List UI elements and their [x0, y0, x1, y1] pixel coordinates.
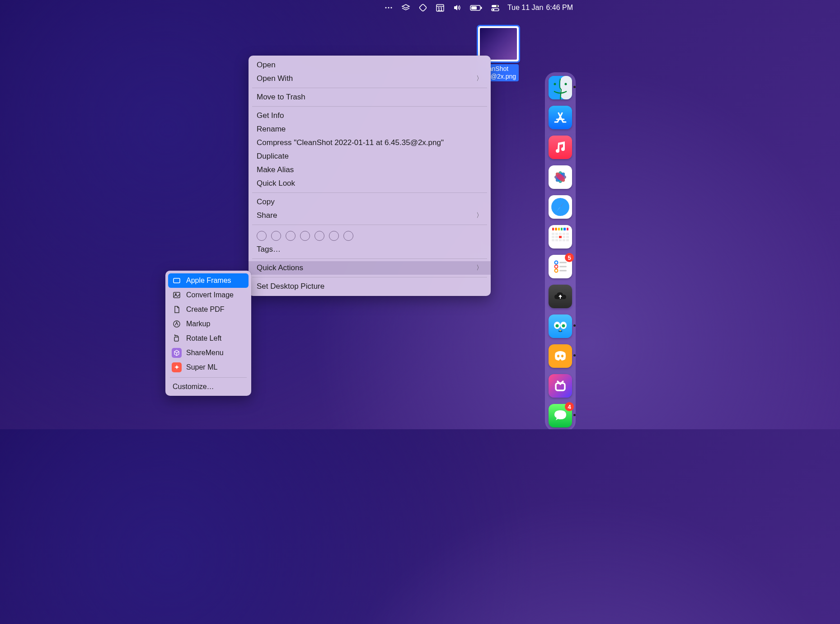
running-indicator [573, 414, 576, 416]
menu-make-alias[interactable]: Make Alias [249, 163, 491, 177]
menu-open-with[interactable]: Open With〉 [249, 72, 491, 85]
context-menu: Open Open With〉 Move to Trash Get Info R… [249, 56, 491, 296]
rotate-icon [172, 333, 182, 343]
dock-messages[interactable]: 4 [549, 404, 572, 427]
dock-cloud[interactable] [549, 285, 572, 308]
dock: 5 4 [545, 72, 576, 429]
tag-dot[interactable] [271, 231, 281, 241]
calendar-day-number: 11 [435, 7, 445, 12]
tag-dot[interactable] [300, 231, 310, 241]
quick-actions-submenu: Apple Frames Convert Image Create PDF Ma… [165, 271, 251, 396]
dock-safari[interactable] [549, 195, 572, 219]
qa-convert-image[interactable]: Convert Image [168, 288, 249, 302]
svg-rect-37 [559, 266, 567, 267]
qa-apple-frames[interactable]: Apple Frames [168, 273, 249, 288]
menubar-date: Tue 11 Jan [507, 4, 543, 12]
dock-music[interactable] [549, 136, 572, 159]
volume-icon[interactable] [452, 3, 462, 13]
control-center-icon[interactable] [490, 3, 500, 13]
battery-icon[interactable] [469, 3, 483, 13]
svg-point-0 [385, 7, 386, 8]
dock-photos[interactable] [549, 165, 572, 189]
qa-markup[interactable]: Markup [168, 317, 249, 331]
tag-dot[interactable] [343, 231, 353, 241]
menu-separator [170, 377, 247, 378]
menu-move-to-trash[interactable]: Move to Trash [249, 90, 491, 104]
chevron-right-icon: 〉 [476, 211, 483, 220]
markup-icon [172, 319, 182, 329]
svg-point-20 [554, 83, 556, 85]
calendar-menulet-icon[interactable]: 11 [435, 3, 445, 13]
frame-icon [172, 276, 182, 286]
image-icon [172, 290, 182, 300]
svg-rect-3 [419, 4, 427, 12]
menu-set-desktop[interactable]: Set Desktop Picture [249, 280, 491, 293]
document-icon [172, 305, 182, 314]
dock-finder[interactable] [549, 76, 572, 99]
menubar: 11 Tue 11 Jan 6:46 PM [0, 0, 578, 15]
chevron-right-icon: 〉 [476, 264, 483, 272]
qa-customize[interactable]: Customize… [168, 380, 249, 393]
menu-separator [252, 258, 487, 259]
running-indicator [573, 324, 576, 327]
menu-tags[interactable]: Tags… [249, 243, 491, 256]
qa-super-ml[interactable]: ✦ Super ML [168, 360, 249, 375]
svg-rect-39 [559, 270, 567, 272]
svg-rect-17 [174, 337, 178, 341]
qa-sharemenu[interactable]: ShareMenu [168, 346, 249, 360]
svg-rect-13 [174, 278, 180, 283]
svg-point-42 [556, 324, 559, 328]
svg-point-21 [565, 83, 567, 85]
diamond-icon[interactable] [418, 3, 428, 13]
svg-rect-7 [471, 6, 477, 9]
svg-point-45 [557, 355, 559, 357]
dock-reminders[interactable]: 5 [549, 255, 572, 278]
menu-quick-look[interactable]: Quick Look [249, 177, 491, 190]
menu-separator [252, 192, 487, 193]
dock-tweetbot[interactable] [549, 314, 572, 338]
svg-point-38 [555, 269, 558, 272]
menu-duplicate[interactable]: Duplicate [249, 150, 491, 163]
svg-point-11 [496, 5, 498, 7]
tag-dot[interactable] [329, 231, 339, 241]
svg-point-34 [555, 261, 558, 264]
menu-get-info[interactable]: Get Info [249, 109, 491, 122]
svg-point-43 [562, 324, 565, 328]
menu-rename[interactable]: Rename [249, 122, 491, 136]
svg-rect-8 [481, 7, 482, 9]
svg-point-36 [555, 265, 558, 268]
menu-extra-icon[interactable] [384, 3, 394, 13]
badge: 4 [565, 402, 574, 411]
qa-rotate-left[interactable]: Rotate Left [168, 331, 249, 346]
dock-app-store[interactable] [549, 106, 572, 129]
menu-separator [252, 277, 487, 277]
running-indicator [573, 86, 576, 88]
menubar-clock[interactable]: Tue 11 Jan 6:46 PM [507, 4, 573, 12]
chevron-right-icon: 〉 [476, 75, 483, 83]
svg-point-12 [493, 9, 494, 11]
menubar-time: 6:46 PM [546, 4, 573, 12]
dock-shortcuts[interactable] [549, 374, 572, 398]
svg-point-1 [388, 7, 389, 8]
dock-calendar[interactable] [549, 225, 572, 249]
menu-share[interactable]: Share〉 [249, 209, 491, 222]
running-indicator [573, 354, 576, 357]
menu-separator [252, 106, 487, 107]
dock-discord[interactable] [549, 344, 572, 368]
menu-compress[interactable]: Compress "CleanShot 2022-01-11 at 6.45.3… [249, 136, 491, 150]
svg-rect-35 [559, 262, 567, 263]
tag-dot[interactable] [286, 231, 296, 241]
qa-create-pdf[interactable]: Create PDF [168, 302, 249, 317]
svg-point-46 [561, 355, 563, 357]
svg-point-15 [175, 294, 177, 295]
tag-dot[interactable] [257, 231, 267, 241]
menu-separator [252, 88, 487, 88]
tags-row [249, 227, 491, 243]
menu-open[interactable]: Open [249, 58, 491, 72]
menu-copy[interactable]: Copy [249, 195, 491, 209]
menu-quick-actions[interactable]: Quick Actions〉 [249, 261, 491, 275]
svg-rect-19 [560, 76, 572, 99]
tag-dot[interactable] [314, 231, 324, 241]
stack-icon[interactable] [401, 3, 411, 13]
sparkle-icon: ✦ [172, 362, 182, 372]
